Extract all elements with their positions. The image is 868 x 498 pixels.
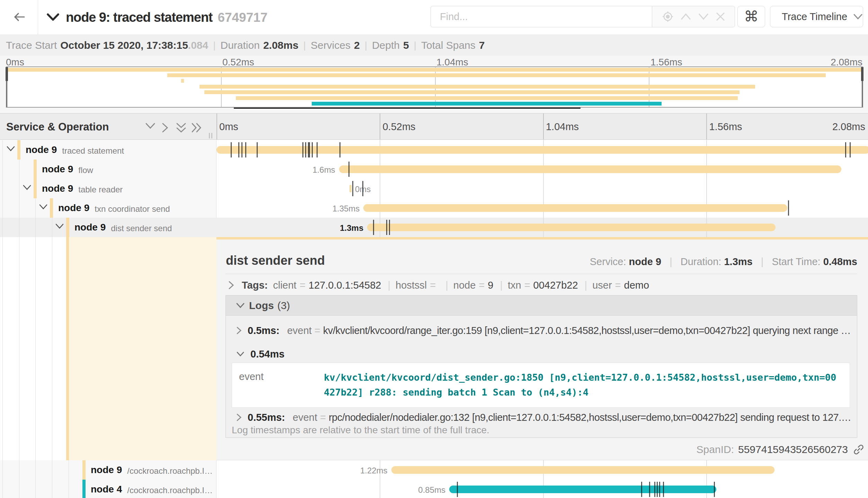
span-log-marker[interactable] (659, 482, 660, 497)
span-log-marker[interactable] (850, 142, 851, 157)
span-log-marker[interactable] (238, 142, 239, 157)
collapse-one-icon[interactable] (145, 123, 156, 131)
span-duration-bar[interactable] (349, 185, 352, 192)
chevron-right-icon (228, 281, 234, 290)
span-log-marker[interactable] (348, 162, 349, 177)
span-duration-bar[interactable] (216, 146, 868, 154)
keyboard-shortcuts-button[interactable]: ⌘ (737, 6, 765, 27)
span-name[interactable]: node 9txn coordinator send (58, 198, 170, 218)
chevron-right-icon (236, 326, 242, 335)
span-log-marker[interactable] (257, 142, 258, 157)
span-log-marker[interactable] (714, 482, 715, 497)
span-log-marker[interactable] (641, 482, 642, 497)
tag-value: 9 (488, 280, 493, 291)
tags-label: Tags: (242, 280, 268, 291)
find-input[interactable] (431, 6, 652, 27)
log-entry[interactable]: 0.55ms:event=rpc/nodedialer/nodedialer.g… (226, 410, 857, 424)
axis-tick-label: 2.08ms (832, 121, 865, 133)
log-entry[interactable]: 0.5ms:event=kv/kvclient/kvcoord/range_it… (226, 316, 857, 345)
span-expander-icon[interactable] (55, 224, 64, 230)
minimap-right-scrubber-handle[interactable] (861, 67, 863, 81)
detail-duration-value: 1.3ms (724, 256, 752, 267)
log-value: rpc/nodedialer/nodedialer.go:132 [n9,cli… (329, 412, 857, 423)
span-log-marker[interactable] (317, 142, 318, 157)
span-log-marker[interactable] (457, 482, 458, 497)
span-name[interactable]: node 4/cockroach.roachpb.I… (91, 480, 213, 498)
span-row[interactable]: node 9/cockroach.roachpb.I…1.22ms (0, 460, 868, 480)
span-expander-icon[interactable] (39, 204, 47, 211)
indent-guide (52, 460, 52, 480)
separator: | (500, 280, 503, 291)
column-divider[interactable] (216, 114, 217, 139)
span-log-marker[interactable] (245, 142, 246, 157)
span-log-marker[interactable] (241, 142, 242, 157)
span-name[interactable]: node 9dist sender send (74, 218, 172, 237)
span-log-marker[interactable] (362, 181, 363, 196)
span-duration-bar[interactable] (449, 486, 716, 493)
span-log-marker[interactable] (373, 220, 374, 235)
span-duration-bar[interactable] (391, 466, 774, 474)
span-log-marker[interactable] (305, 142, 306, 157)
trace-title-collapse-toggle[interactable] (47, 13, 59, 22)
detail-start-time-label: Start Time: (772, 256, 820, 267)
span-log-marker[interactable] (654, 482, 655, 497)
span-log-marker[interactable] (308, 142, 309, 157)
span-expander-icon[interactable] (23, 185, 31, 192)
prev-result-icon[interactable] (680, 13, 691, 20)
span-name[interactable]: node 9traced statement (26, 140, 124, 160)
deep-link-icon[interactable] (853, 444, 864, 455)
expand-one-icon[interactable] (161, 123, 168, 134)
span-log-marker[interactable] (309, 142, 310, 157)
span-log-marker[interactable] (339, 142, 340, 157)
span-log-marker[interactable] (386, 220, 387, 235)
span-row[interactable]: node 9txn coordinator send1.35ms (0, 198, 868, 218)
collapse-all-icon[interactable] (176, 123, 186, 135)
span-log-marker[interactable] (663, 482, 664, 497)
back-button[interactable] (0, 0, 38, 35)
span-row[interactable]: node 9table reader0ms (0, 179, 868, 198)
span-duration-label: 1.35ms (333, 204, 360, 214)
span-log-marker[interactable] (657, 482, 658, 497)
trace-view-selector[interactable]: Trace Timeline (770, 6, 863, 27)
span-log-marker[interactable] (845, 142, 846, 157)
minimap-span-bar (204, 90, 739, 94)
minimap-span-bar (7, 68, 863, 72)
span-name[interactable]: node 9flow (42, 160, 93, 179)
span-log-marker[interactable] (231, 142, 232, 157)
span-name[interactable]: node 9table reader (42, 179, 123, 198)
span-log-marker[interactable] (352, 181, 353, 196)
focus-matches-icon[interactable] (662, 11, 674, 22)
tag-key: node (453, 280, 476, 291)
span-row[interactable]: node 9flow1.6ms (0, 160, 868, 179)
span-expander-icon[interactable] (7, 146, 15, 153)
span-log-marker[interactable] (302, 142, 303, 157)
log-entry[interactable]: 0.54ms (226, 345, 857, 363)
span-log-marker[interactable] (649, 482, 650, 497)
next-result-icon[interactable] (698, 13, 709, 20)
element (2, 237, 3, 460)
separator: | (388, 280, 391, 291)
log-field-value: kv/kvclient/kvcoord/dist_sender.go:1850 … (324, 370, 839, 400)
chevron-down-icon (7, 146, 15, 152)
span-log-marker[interactable] (389, 220, 390, 235)
tag-key: txn (508, 280, 521, 291)
minimap-span-bar (312, 102, 662, 106)
span-row[interactable]: node 9traced statement (0, 140, 868, 160)
span-row[interactable]: node 4/cockroach.roachpb.I…0.85ms (0, 480, 868, 498)
span-duration-bar[interactable] (363, 204, 787, 212)
minimap-canvas[interactable] (6, 66, 863, 108)
expand-all-icon[interactable] (191, 123, 202, 134)
span-log-marker[interactable] (788, 200, 789, 216)
tags-accordian[interactable]: Tags: client=127.0.0.1:54582|hostssl=|no… (228, 277, 649, 293)
minimap-left-scrubber-handle[interactable] (6, 67, 8, 81)
span-name[interactable]: node 9/cockroach.roachpb.I… (91, 460, 213, 480)
span-duration-bar[interactable] (367, 224, 776, 231)
span-duration-bar[interactable] (339, 165, 842, 173)
total-spans-value: 7 (479, 39, 485, 51)
clear-find-icon[interactable] (716, 12, 725, 21)
logs-header[interactable]: Logs (3) (226, 296, 857, 316)
span-log-marker[interactable] (312, 142, 313, 157)
column-resize-grip[interactable] (209, 133, 214, 140)
span-row[interactable]: node 9dist sender send1.3ms (0, 218, 868, 237)
span-service-name: node 9 (74, 222, 106, 233)
